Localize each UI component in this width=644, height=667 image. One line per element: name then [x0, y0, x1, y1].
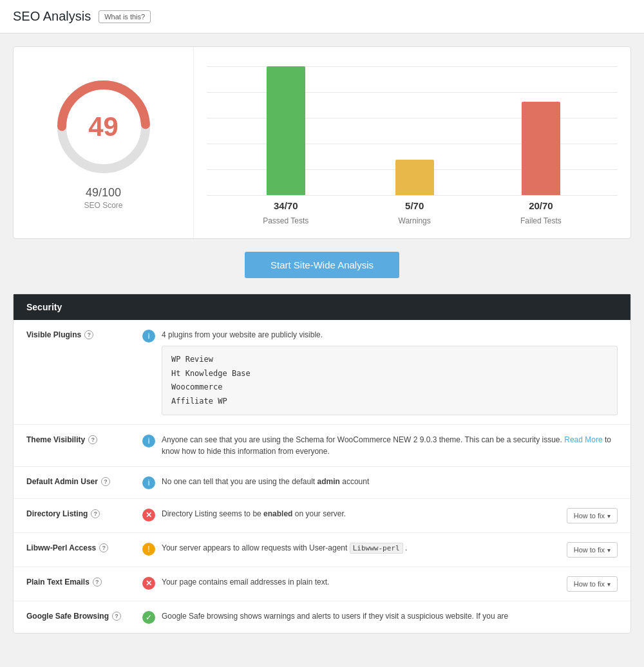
bar-warnings-value: 5/70: [405, 200, 424, 211]
security-row-default-admin: Default Admin User ? i No one can tell t…: [14, 467, 630, 499]
bar-chart: 34/70 Passed Tests 5/70 Warnings 20/70 F…: [194, 47, 630, 238]
bar-passed-label: Passed Tests: [263, 216, 308, 225]
row-text-google-safe-browsing: Google Safe browsing shows warnings and …: [162, 610, 618, 622]
row-label-google-safe-browsing: Google Safe Browsing ?: [26, 610, 129, 621]
libwww-perl-code: Libwww-perl: [350, 543, 403, 554]
row-content-directory-listing: ✕ Directory Listing seems to be enabled …: [142, 508, 618, 523]
security-header: Security: [14, 294, 630, 320]
row-content-libwww-perl: ! Your server appears to allow requests …: [142, 542, 618, 558]
score-section: 49 49/100 SEO Score 34/70 Passed Tests 5…: [13, 46, 631, 239]
main-content: 49 49/100 SEO Score 34/70 Passed Tests 5…: [0, 33, 644, 646]
row-label-theme-visibility: Theme Visibility ?: [26, 434, 129, 444]
start-analysis-button[interactable]: Start Site-Wide Analysis: [245, 252, 399, 278]
security-row-directory-listing: Directory Listing ? ✕ Directory Listing …: [14, 499, 630, 533]
security-row-visible-plugins: Visible Plugins ? i 4 plugins from your …: [14, 320, 630, 425]
row-text-libwww-perl: Your server appears to allow requests wi…: [162, 542, 560, 554]
analysis-button-row: Start Site-Wide Analysis: [13, 252, 631, 278]
row-text-plain-text-emails: Your page contains email addresses in pl…: [162, 576, 560, 588]
score-number: 49: [88, 111, 118, 142]
what-is-this-button[interactable]: What is this?: [99, 10, 151, 23]
row-label-directory-listing: Directory Listing ?: [26, 508, 129, 518]
row-content-theme-visibility: i Anyone can see that you are using the …: [142, 434, 618, 457]
help-icon-libwww-perl[interactable]: ?: [99, 543, 108, 552]
row-text-visible-plugins: 4 plugins from your website are publicly…: [162, 329, 618, 415]
warning-icon-libwww-perl: !: [142, 543, 155, 556]
score-value: 49/100: [86, 186, 121, 200]
row-text-theme-visibility: Anyone can see that you are using the Sc…: [162, 434, 618, 457]
row-label-visible-plugins: Visible Plugins ?: [26, 329, 129, 339]
score-card: 49 49/100 SEO Score: [14, 47, 194, 238]
row-content-visible-plugins: i 4 plugins from your website are public…: [142, 329, 618, 415]
bar-item-warnings: 5/70 Warnings: [395, 160, 434, 225]
bar-warnings-label: Warnings: [399, 216, 431, 225]
help-icon-theme-visibility[interactable]: ?: [88, 435, 97, 444]
row-label-plain-text-emails: Plain Text Emails ?: [26, 576, 129, 587]
help-icon-visible-plugins[interactable]: ?: [84, 330, 93, 339]
bar-item-failed: 20/70 Failed Tests: [520, 102, 562, 225]
info-icon-visible-plugins: i: [142, 330, 155, 343]
page-header: SEO Analysis What is this?: [0, 0, 644, 33]
security-section: Security Visible Plugins ? i 4 plugins f…: [13, 294, 631, 634]
row-label-libwww-perl: Libww-Perl Access ?: [26, 542, 129, 552]
bar-passed: [267, 66, 305, 195]
info-icon-theme-visibility: i: [142, 435, 155, 447]
fix-button-directory-listing[interactable]: How to fix: [567, 508, 618, 523]
donut-chart: 49: [52, 75, 155, 178]
fix-button-plain-text-emails[interactable]: How to fix: [567, 576, 618, 592]
row-content-plain-text-emails: ✕ Your page contains email addresses in …: [142, 576, 618, 592]
row-text-default-admin: No one can tell that you are using the d…: [162, 476, 618, 487]
row-text-directory-listing: Directory Listing seems to be enabled on…: [162, 508, 560, 520]
fix-button-libwww-perl[interactable]: How to fix: [567, 542, 618, 558]
security-row-google-safe-browsing: Google Safe Browsing ? ✓ Google Safe bro…: [14, 601, 630, 633]
page-title: SEO Analysis: [13, 9, 91, 24]
row-content-default-admin: i No one can tell that you are using the…: [142, 476, 618, 489]
security-row-libwww-perl: Libww-Perl Access ? ! Your server appear…: [14, 533, 630, 567]
help-icon-plain-text-emails[interactable]: ?: [93, 578, 102, 587]
help-icon-directory-listing[interactable]: ?: [91, 509, 100, 518]
error-icon-directory-listing: ✕: [142, 509, 155, 521]
plugins-list: WP Review Ht Knowledge Base Woocommerce …: [162, 346, 618, 415]
error-icon-plain-text-emails: ✕: [142, 577, 155, 590]
info-icon-default-admin: i: [142, 476, 155, 489]
bar-warnings: [395, 160, 434, 195]
security-row-plain-text-emails: Plain Text Emails ? ✕ Your page contains…: [14, 567, 630, 601]
help-icon-default-admin[interactable]: ?: [101, 477, 110, 486]
bar-item-passed: 34/70 Passed Tests: [263, 66, 308, 225]
read-more-link[interactable]: Read More: [564, 435, 602, 444]
score-subtitle: SEO Score: [84, 201, 122, 210]
row-content-google-safe-browsing: ✓ Google Safe browsing shows warnings an…: [142, 610, 618, 624]
help-icon-google-safe-browsing[interactable]: ?: [112, 612, 121, 621]
bar-passed-value: 34/70: [274, 200, 298, 211]
bar-failed-value: 20/70: [529, 200, 553, 211]
success-icon-google-safe-browsing: ✓: [142, 611, 155, 624]
row-label-default-admin: Default Admin User ?: [26, 476, 129, 486]
bar-failed: [522, 102, 560, 195]
bar-failed-label: Failed Tests: [520, 216, 562, 225]
security-row-theme-visibility: Theme Visibility ? i Anyone can see that…: [14, 425, 630, 467]
